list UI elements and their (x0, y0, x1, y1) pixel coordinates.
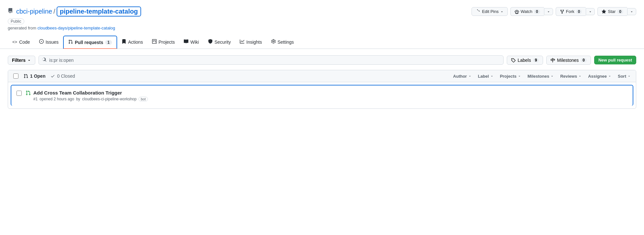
tab-insights[interactable]: Insights (235, 36, 266, 49)
pr-list-container: 1 Open 0 Closed Author Label (8, 70, 636, 109)
labels-button[interactable]: Labels 9 (507, 56, 543, 65)
pr-number: #1 (33, 97, 38, 101)
pr-info: Add Cross Team Collaboration Trigger #1 … (33, 90, 627, 101)
milestones-count: 0 (581, 58, 587, 62)
filters-button[interactable]: Filters (8, 56, 35, 65)
edit-pins-group: Edit Pins (472, 7, 507, 16)
watch-dropdown[interactable] (544, 8, 553, 15)
projects-icon (152, 39, 157, 45)
edit-pins-label: Edit Pins (482, 9, 498, 14)
issues-icon (39, 39, 44, 45)
tab-projects[interactable]: Projects (148, 36, 180, 49)
star-group: Star 0 (597, 7, 636, 16)
generated-from-link[interactable]: cloudbees-days/pipeline-template-catalog (38, 26, 115, 30)
repo-icon (8, 8, 13, 15)
wiki-icon (184, 39, 188, 45)
tab-pull-requests[interactable]: Pull requests 1 (63, 36, 117, 49)
sort-filter[interactable]: Sort (618, 74, 631, 79)
main-content: Filters Labels 9 Milestones 0 New pull (8, 49, 636, 115)
fork-count: 0 (576, 9, 582, 14)
code-icon: <> (12, 39, 17, 44)
tab-code-label: Code (19, 39, 30, 45)
milestones-button[interactable]: Milestones 0 (546, 56, 591, 65)
fork-button[interactable]: Fork 0 (556, 7, 586, 16)
tab-code[interactable]: <> Code (8, 36, 35, 49)
actions-icon (122, 39, 126, 45)
tab-settings[interactable]: Settings (267, 36, 299, 49)
star-dropdown[interactable] (627, 8, 636, 15)
labels-count: 9 (533, 58, 539, 62)
closed-count-label: 0 Closed (57, 73, 75, 79)
projects-filter[interactable]: Projects (500, 74, 521, 79)
filters-label: Filters (12, 58, 26, 63)
settings-icon (271, 39, 276, 45)
tab-wiki-label: Wiki (190, 39, 199, 45)
pr-open-icon (26, 90, 31, 97)
pr-open-count: 1 Open (24, 73, 45, 79)
search-icon (42, 57, 47, 63)
tab-settings-label: Settings (278, 39, 294, 45)
pull-requests-badge: 1 (105, 40, 112, 45)
tab-security[interactable]: Security (204, 36, 236, 49)
pr-meta: #1 opened 2 hours ago by cloudbees-ci-pi… (33, 97, 627, 101)
edit-pins-button[interactable]: Edit Pins (472, 7, 507, 16)
repo-name[interactable]: pipeline-template-catalog (57, 6, 141, 17)
reviews-filter[interactable]: Reviews (560, 74, 582, 79)
labels-label: Labels (517, 58, 531, 63)
repo-owner-link[interactable]: cbci-pipeline (16, 8, 52, 15)
tab-issues[interactable]: Issues (35, 36, 63, 49)
pr-list-header: 1 Open 0 Closed Author Label (8, 70, 636, 82)
pr-checkbox[interactable] (17, 91, 22, 96)
open-count-label: 1 Open (30, 73, 45, 79)
fork-dropdown[interactable] (586, 8, 595, 15)
tab-issues-label: Issues (46, 39, 59, 45)
watch-label: Watch (521, 9, 532, 14)
search-wrapper (39, 55, 504, 65)
label-filter[interactable]: Label (478, 74, 494, 79)
pr-closed-count[interactable]: 0 Closed (50, 73, 75, 79)
tab-pull-requests-label: Pull requests (75, 40, 103, 45)
milestones-filter[interactable]: Milestones (527, 74, 554, 79)
author-filter[interactable]: Author (453, 74, 472, 79)
fork-label: Fork (566, 9, 574, 14)
pr-icon (68, 39, 73, 45)
watch-count: 0 (534, 9, 540, 14)
pr-title[interactable]: Add Cross Team Collaboration Trigger (33, 90, 627, 95)
fork-group: Fork 0 (556, 7, 595, 16)
new-pull-request-button[interactable]: New pull request (594, 56, 636, 64)
watch-button[interactable]: Watch 0 (510, 7, 544, 16)
pr-opened: opened 2 hours ago (39, 97, 74, 101)
header-actions: Edit Pins Watch 0 Fork (472, 7, 636, 16)
insights-icon (240, 39, 244, 45)
assignee-filter[interactable]: Assignee (588, 74, 611, 79)
star-count: 0 (617, 9, 623, 14)
security-icon (208, 39, 213, 45)
tab-projects-label: Projects (159, 39, 175, 45)
tab-actions[interactable]: Actions (117, 36, 148, 49)
tab-wiki[interactable]: Wiki (179, 36, 203, 49)
tab-insights-label: Insights (246, 39, 262, 45)
filter-bar: Filters Labels 9 Milestones 0 New pull (8, 55, 636, 65)
repo-nav: <> Code Issues Pull requests 1 Actions (0, 36, 644, 49)
tab-actions-label: Actions (128, 39, 143, 45)
generated-from: generated from cloudbees-days/pipeline-t… (8, 26, 636, 30)
star-label: Star (608, 9, 616, 14)
visibility-badge: Public (8, 18, 24, 24)
tab-security-label: Security (215, 39, 231, 45)
bot-badge: bot (139, 97, 148, 101)
new-pull-request-label: New pull request (598, 58, 632, 62)
pr-header-filters: Author Label Projects Milestones (453, 74, 631, 79)
milestones-label: Milestones (557, 58, 579, 63)
pr-row: Add Cross Team Collaboration Trigger #1 … (11, 85, 633, 106)
select-all-checkbox[interactable] (13, 73, 18, 79)
search-input[interactable] (49, 58, 500, 63)
watch-group: Watch 0 (510, 7, 553, 16)
pr-author[interactable]: cloudbees-ci-pipeline-workshop (82, 97, 137, 101)
star-button[interactable]: Star 0 (597, 7, 627, 16)
